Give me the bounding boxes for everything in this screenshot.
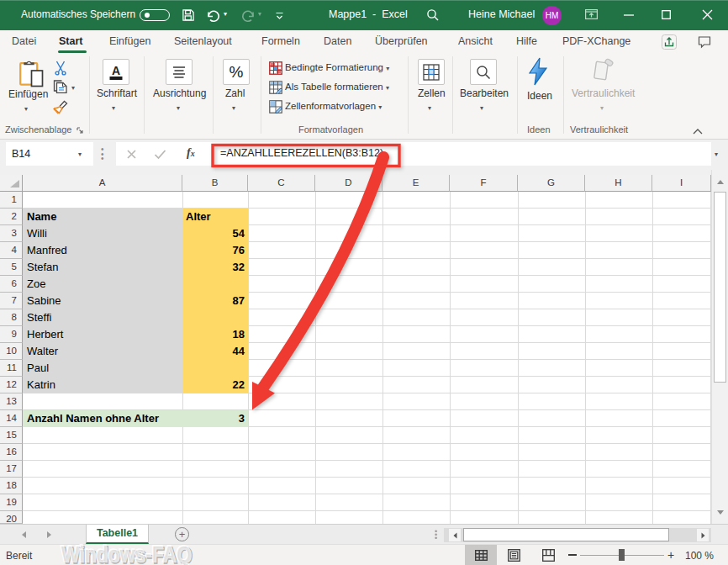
svg-text:Windows-FAQ: Windows-FAQ — [61, 541, 192, 565]
svg-text:A: A — [112, 64, 120, 77]
svg-text:%: % — [229, 63, 244, 81]
